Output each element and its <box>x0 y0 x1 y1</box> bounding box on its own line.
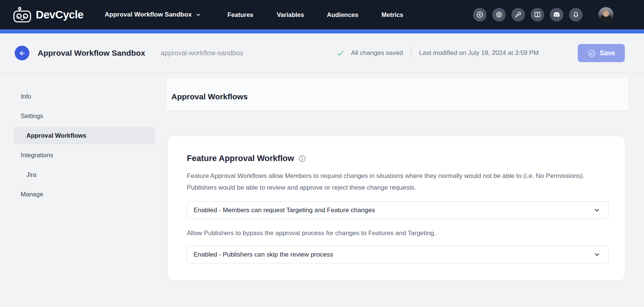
docs-book-icon <box>533 11 542 19</box>
add-icon <box>476 11 484 19</box>
info-icon[interactable] <box>299 155 306 162</box>
chevron-down-icon <box>593 207 601 214</box>
header-divider <box>0 73 644 73</box>
settings-gear-icon <box>495 11 503 19</box>
sidebar-item-manage[interactable]: Manage <box>14 185 155 203</box>
discord-button[interactable] <box>550 8 563 21</box>
section-heading: Approval Workflows <box>171 92 248 101</box>
sidebar-item-info[interactable]: Info <box>14 88 155 105</box>
page-slug: approval-workflow-sandbox <box>161 49 243 57</box>
save-check-icon <box>588 49 596 58</box>
saved-check-icon <box>337 50 344 56</box>
bypass-select[interactable]: Enabled - Publishers can skip the review… <box>187 246 609 263</box>
workflow-select[interactable]: Enabled - Members can request Targeting … <box>187 201 609 219</box>
section-heading-panel: Approval Workflows <box>166 78 628 111</box>
bypass-description: Allow Publishers to bypass the approval … <box>187 229 587 237</box>
save-status-text: All changes saved <box>351 49 403 57</box>
card-description: Feature Approval Workflows allow Members… <box>187 170 587 193</box>
settings-button[interactable] <box>492 8 506 21</box>
last-modified-text: Last modified on July 19, 2024 at 3:59 P… <box>419 49 539 57</box>
chevron-down-icon <box>195 12 201 18</box>
page-title: Approval Workflow Sandbox <box>38 49 145 58</box>
api-keys-button[interactable] <box>511 8 525 21</box>
docs-button[interactable] <box>531 8 544 21</box>
chevron-down-icon <box>593 251 601 258</box>
page-header: Approval Workflow Sandbox approval-workf… <box>0 33 644 73</box>
accent-bar <box>0 29 644 33</box>
project-selector-label: Approval Workflow Sandbox <box>105 11 192 18</box>
card-title: Feature Approval Workflow <box>187 154 294 163</box>
user-avatar[interactable] <box>598 7 613 22</box>
bypass-select-value: Enabled - Publishers can skip the review… <box>194 251 593 258</box>
api-key-icon <box>514 11 522 19</box>
status-divider <box>411 48 411 58</box>
nav-link-metrics[interactable]: Metrics <box>382 11 403 18</box>
devcycle-robot-icon <box>13 6 32 23</box>
workflow-select-value: Enabled - Members can request Targeting … <box>194 207 593 214</box>
add-button[interactable] <box>473 8 487 21</box>
project-selector-dropdown[interactable]: Approval Workflow Sandbox <box>105 11 201 18</box>
back-arrow-icon <box>18 49 26 57</box>
save-button[interactable]: Save <box>578 44 625 62</box>
top-navbar: DevCycle Approval Workflow Sandbox Featu… <box>0 0 644 29</box>
sidebar-item-approval-workflows[interactable]: Approval Workflows <box>14 127 155 144</box>
nav-link-features[interactable]: Features <box>227 11 253 18</box>
discord-icon <box>552 11 561 19</box>
sidebar-item-settings[interactable]: Settings <box>14 107 155 125</box>
nav-link-variables[interactable]: Variables <box>277 11 304 18</box>
brand-name: DevCycle <box>36 9 84 21</box>
notifications-bell-icon <box>572 11 580 19</box>
settings-sidebar: Info Settings Approval Workflows Integra… <box>14 88 155 205</box>
sidebar-item-jira[interactable]: Jira <box>14 166 155 184</box>
save-status-row: All changes saved Last modified on July … <box>337 48 539 58</box>
back-button[interactable] <box>15 46 29 61</box>
sidebar-item-integrations[interactable]: Integrations <box>14 146 155 164</box>
nav-link-audiences[interactable]: Audiences <box>327 11 358 18</box>
feature-approval-workflow-card: Feature Approval Workflow Feature Approv… <box>168 136 625 280</box>
brand-logo[interactable]: DevCycle <box>13 6 84 23</box>
navbar-icon-group <box>473 7 613 22</box>
save-button-label: Save <box>600 49 615 57</box>
notifications-button[interactable] <box>569 8 583 21</box>
